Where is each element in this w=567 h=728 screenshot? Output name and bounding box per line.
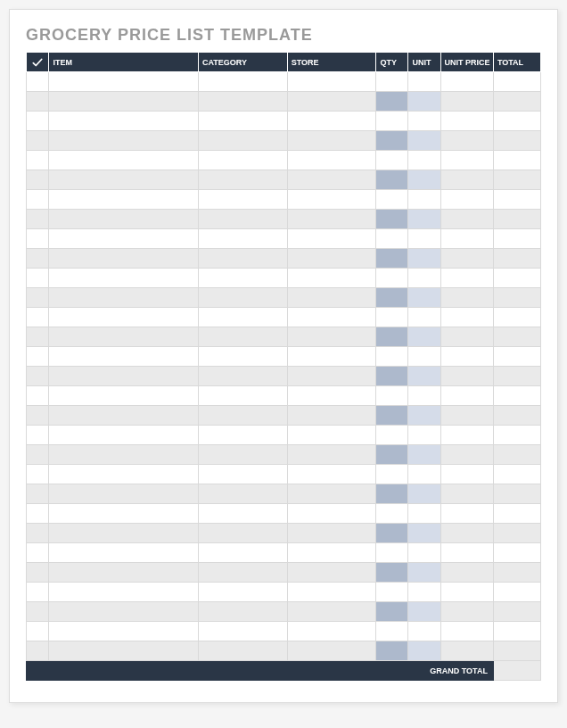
cell-unit[interactable] [408, 602, 440, 622]
cell-unit[interactable] [408, 249, 440, 269]
cell-total[interactable] [493, 170, 540, 190]
cell-check[interactable] [27, 72, 49, 92]
cell-store[interactable] [287, 151, 376, 170]
cell-qty[interactable] [376, 72, 408, 92]
cell-category[interactable] [199, 426, 288, 445]
cell-unit[interactable] [408, 229, 440, 249]
cell-check[interactable] [27, 602, 49, 622]
cell-unit[interactable] [408, 445, 440, 465]
cell-category[interactable] [199, 543, 288, 563]
cell-total[interactable] [493, 504, 540, 524]
cell-unit[interactable] [408, 524, 440, 543]
cell-total[interactable] [493, 445, 540, 465]
cell-category[interactable] [199, 131, 288, 151]
cell-unit-price[interactable] [440, 484, 493, 504]
cell-unit-price[interactable] [440, 92, 493, 112]
cell-category[interactable] [199, 484, 288, 504]
cell-unit[interactable] [408, 288, 440, 308]
cell-qty[interactable] [376, 131, 408, 151]
cell-qty[interactable] [376, 190, 408, 210]
cell-store[interactable] [287, 367, 376, 386]
cell-unit[interactable] [408, 170, 440, 190]
cell-category[interactable] [199, 386, 288, 406]
cell-store[interactable] [287, 327, 376, 347]
cell-check[interactable] [27, 583, 49, 602]
cell-category[interactable] [199, 563, 288, 583]
cell-total[interactable] [493, 622, 540, 641]
cell-unit-price[interactable] [440, 347, 493, 367]
cell-unit-price[interactable] [440, 288, 493, 308]
cell-item[interactable] [49, 504, 199, 524]
cell-store[interactable] [287, 504, 376, 524]
cell-category[interactable] [199, 602, 288, 622]
cell-category[interactable] [199, 367, 288, 386]
cell-total[interactable] [493, 543, 540, 563]
cell-check[interactable] [27, 426, 49, 445]
cell-unit-price[interactable] [440, 602, 493, 622]
cell-store[interactable] [287, 72, 376, 92]
cell-item[interactable] [49, 406, 199, 426]
cell-unit[interactable] [408, 210, 440, 229]
cell-item[interactable] [49, 347, 199, 367]
cell-unit-price[interactable] [440, 112, 493, 131]
cell-item[interactable] [49, 563, 199, 583]
cell-unit[interactable] [408, 347, 440, 367]
cell-item[interactable] [49, 543, 199, 563]
cell-qty[interactable] [376, 249, 408, 269]
cell-total[interactable] [493, 288, 540, 308]
cell-category[interactable] [199, 229, 288, 249]
cell-item[interactable] [49, 288, 199, 308]
cell-unit[interactable] [408, 308, 440, 327]
cell-category[interactable] [199, 269, 288, 288]
cell-store[interactable] [287, 269, 376, 288]
cell-total[interactable] [493, 112, 540, 131]
cell-qty[interactable] [376, 92, 408, 112]
cell-qty[interactable] [376, 112, 408, 131]
cell-item[interactable] [49, 602, 199, 622]
cell-store[interactable] [287, 92, 376, 112]
cell-item[interactable] [49, 386, 199, 406]
cell-total[interactable] [493, 151, 540, 170]
cell-category[interactable] [199, 622, 288, 641]
cell-qty[interactable] [376, 543, 408, 563]
cell-unit-price[interactable] [440, 151, 493, 170]
cell-unit-price[interactable] [440, 72, 493, 92]
cell-check[interactable] [27, 151, 49, 170]
cell-unit-price[interactable] [440, 543, 493, 563]
cell-unit-price[interactable] [440, 445, 493, 465]
cell-category[interactable] [199, 112, 288, 131]
cell-unit[interactable] [408, 367, 440, 386]
cell-unit-price[interactable] [440, 249, 493, 269]
cell-check[interactable] [27, 92, 49, 112]
cell-total[interactable] [493, 406, 540, 426]
cell-unit[interactable] [408, 131, 440, 151]
cell-store[interactable] [287, 465, 376, 484]
cell-unit[interactable] [408, 327, 440, 347]
cell-store[interactable] [287, 445, 376, 465]
cell-category[interactable] [199, 347, 288, 367]
cell-check[interactable] [27, 170, 49, 190]
cell-total[interactable] [493, 367, 540, 386]
cell-total[interactable] [493, 347, 540, 367]
cell-check[interactable] [27, 131, 49, 151]
cell-category[interactable] [199, 583, 288, 602]
cell-store[interactable] [287, 131, 376, 151]
cell-check[interactable] [27, 288, 49, 308]
cell-store[interactable] [287, 583, 376, 602]
cell-store[interactable] [287, 308, 376, 327]
cell-unit[interactable] [408, 72, 440, 92]
cell-check[interactable] [27, 386, 49, 406]
cell-store[interactable] [287, 112, 376, 131]
cell-store[interactable] [287, 170, 376, 190]
cell-unit-price[interactable] [440, 426, 493, 445]
cell-item[interactable] [49, 641, 199, 661]
cell-item[interactable] [49, 112, 199, 131]
cell-unit-price[interactable] [440, 210, 493, 229]
cell-total[interactable] [493, 229, 540, 249]
cell-total[interactable] [493, 249, 540, 269]
cell-qty[interactable] [376, 602, 408, 622]
cell-store[interactable] [287, 210, 376, 229]
cell-category[interactable] [199, 524, 288, 543]
cell-check[interactable] [27, 641, 49, 661]
cell-item[interactable] [49, 583, 199, 602]
